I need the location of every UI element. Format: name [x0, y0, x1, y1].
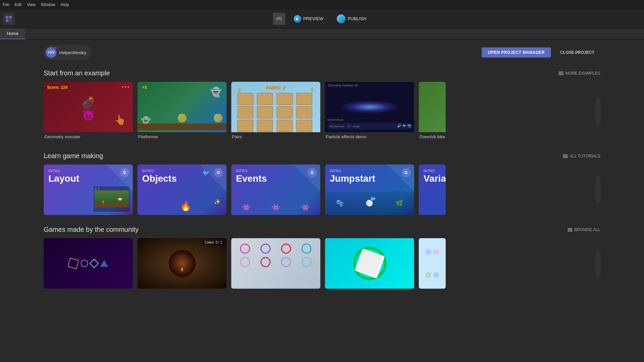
- tutorials-section: Learn game making ALL TUTORIALS Intro La…: [44, 152, 600, 215]
- community-section-header: Games made by the community BROWSE ALL: [44, 226, 600, 233]
- svg-rect-2: [6, 19, 8, 22]
- pairs-card-label: Pairs: [231, 132, 320, 141]
- menu-view[interactable]: View: [27, 2, 36, 7]
- downhill-card-image: 🌲: [419, 82, 446, 132]
- user-info[interactable]: HW HelperWesley: [44, 45, 91, 60]
- svg-rect-1: [9, 16, 12, 19]
- jumpstart-card-image: Intro Jumpstart G 🫧⚪🌿 🐟: [325, 165, 414, 215]
- layout-card-image: Intro Layout G 🏠▶ 🧍 Hi: [44, 165, 133, 215]
- example-card-particles[interactable]: GDevelop Particles 10 Background 07 - Ma…: [325, 82, 414, 141]
- tutorial-card-objects[interactable]: Intro Objects G 🔥 🐦 ✨: [137, 165, 227, 215]
- menu-help[interactable]: Help: [61, 2, 69, 7]
- tab-bar: Home: [0, 28, 644, 40]
- publish-globe-icon: 🌐: [337, 14, 346, 23]
- tutorials-list-icon: [563, 154, 568, 158]
- tutorial-card-variables[interactable]: Intro Variab... G +1 ⚙️: [419, 165, 446, 215]
- publish-button[interactable]: 🌐 PUBLISH: [332, 12, 371, 25]
- tutorial-card-layout[interactable]: Intro Layout G 🏠▶ 🧍 Hi: [44, 165, 133, 215]
- tutorial-card-events[interactable]: Intro Events G 👾👾👾 🐾: [231, 165, 320, 215]
- community-game-1[interactable]: [44, 238, 133, 289]
- variables-card-image: Intro Variab... G +1 ⚙️: [419, 165, 446, 215]
- example-card-pairs[interactable]: PAIRS: 2 🌵 🌵 Pairs: [231, 82, 320, 141]
- tutorials-section-header: Learn game making ALL TUTORIALS: [44, 152, 600, 160]
- events-card-image: Intro Events G 👾👾👾 🐾: [231, 165, 320, 215]
- examples-title: Start from an example: [44, 69, 110, 77]
- tutorials-title: Learn game making: [44, 152, 103, 160]
- close-project-button[interactable]: CLOSE PROJECT: [554, 47, 600, 58]
- community-list-icon: [568, 228, 572, 231]
- avatar-status-dot: [54, 46, 57, 50]
- example-card-geometry[interactable]: Score: 124 ♥ ♥ ♥ 💣 😈 👆 Geometry monster: [44, 82, 133, 141]
- list-icon: [559, 72, 563, 75]
- menu-bar: File Edit View Window Help: [0, 0, 644, 9]
- user-header: HW HelperWesley OPEN PROJECT MANAGER CLO…: [44, 45, 600, 60]
- menu-edit[interactable]: Edit: [14, 2, 22, 7]
- examples-section: Start from an example MORE EXAMPLES Scor…: [44, 69, 600, 141]
- community-game-3[interactable]: [231, 238, 320, 289]
- toolbar-left: [3, 13, 15, 25]
- all-tutorials-link[interactable]: ALL TUTORIALS: [563, 154, 600, 158]
- community-cards-row: 🧍 Colies: 0 / 1: [44, 238, 600, 289]
- gdlogo-layout: G: [120, 168, 129, 177]
- examples-cards-row: Score: 124 ♥ ♥ ♥ 💣 😈 👆 Geometry monster …: [44, 82, 600, 141]
- community-section: Games made by the community BROWSE ALL: [44, 226, 600, 289]
- preview-button[interactable]: ▶ PREVIEW: [289, 13, 328, 25]
- platformer-card-image: ×3 👻 🟡 🟡 👻: [137, 82, 227, 132]
- play-icon: ▶: [294, 15, 301, 23]
- community-game-2[interactable]: 🧍 Colies: 0 / 1: [137, 238, 227, 289]
- tutorial-card-jumpstart[interactable]: Intro Jumpstart G 🫧⚪🌿 🐟: [325, 165, 414, 215]
- platformer-card-label: Platformer: [137, 132, 227, 141]
- example-card-downhill[interactable]: 🌲 Downhill bike: [419, 82, 446, 141]
- community-next-arrow[interactable]: ›: [596, 250, 600, 277]
- browse-all-link[interactable]: BROWSE ALL: [568, 227, 600, 232]
- open-project-manager-button[interactable]: OPEN PROJECT MANAGER: [482, 47, 551, 58]
- community-game-5[interactable]: [419, 238, 446, 289]
- geometry-card-image: Score: 124 ♥ ♥ ♥ 💣 😈 👆: [44, 82, 133, 132]
- objects-card-image: Intro Objects G 🔥 🐦 ✨: [137, 165, 227, 215]
- menu-window[interactable]: Window: [41, 2, 55, 7]
- game-icon: 🎮: [273, 13, 285, 25]
- examples-next-arrow[interactable]: ›: [596, 98, 600, 125]
- pairs-card-image: PAIRS: 2 🌵 🌵: [231, 82, 320, 132]
- particles-card-image: GDevelop Particles 10 Background 07 - Ma…: [325, 82, 414, 132]
- tab-home[interactable]: Home: [0, 28, 25, 39]
- avatar: HW: [46, 47, 56, 58]
- svg-rect-0: [6, 16, 8, 19]
- gdlogo-events: G: [308, 168, 317, 177]
- particles-card-label: Particle effects demo: [325, 132, 414, 141]
- examples-section-header: Start from an example MORE EXAMPLES: [44, 69, 600, 77]
- username-label: HelperWesley: [59, 50, 86, 55]
- community-game-4[interactable]: [325, 238, 414, 289]
- tutorials-cards-row: Intro Layout G 🏠▶ 🧍 Hi: [44, 165, 600, 215]
- geometry-card-label: Geometry monster: [44, 132, 133, 141]
- header-buttons: OPEN PROJECT MANAGER CLOSE PROJECT: [482, 47, 600, 58]
- menu-file[interactable]: File: [3, 2, 9, 7]
- community-title: Games made by the community: [44, 226, 138, 233]
- svg-rect-3: [9, 19, 12, 22]
- more-examples-link[interactable]: MORE EXAMPLES: [559, 71, 600, 76]
- toolbar: 🎮 ▶ PREVIEW 🌐 PUBLISH: [0, 9, 644, 28]
- gdlogo-objects: G: [214, 168, 223, 177]
- toolbar-center: 🎮 ▶ PREVIEW 🌐 PUBLISH: [273, 12, 371, 25]
- gdlogo-jumpstart: G: [401, 168, 411, 177]
- tutorials-next-arrow[interactable]: ›: [596, 176, 600, 203]
- downhill-card-label: Downhill bike: [419, 132, 446, 141]
- example-card-platformer[interactable]: ×3 👻 🟡 🟡 👻 Platformer: [137, 82, 227, 141]
- gdevelop-logo: [3, 13, 15, 25]
- main-content: HW HelperWesley OPEN PROJECT MANAGER CLO…: [0, 40, 644, 305]
